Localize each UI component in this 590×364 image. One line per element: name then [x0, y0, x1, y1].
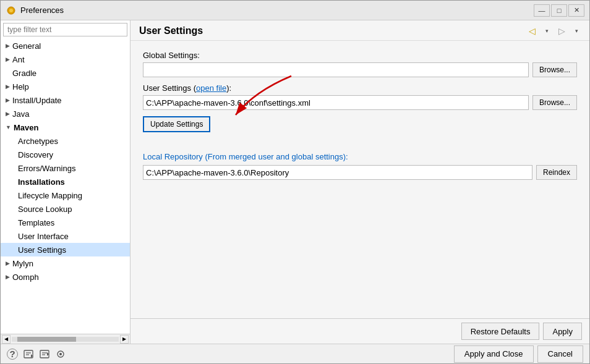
sidebar-item-help[interactable]: ▶ Help: [1, 80, 130, 93]
user-settings-input[interactable]: [143, 95, 529, 110]
main-content: ▶ General ▶ Ant ▶ Gradle ▶ Help: [1, 20, 589, 344]
svg-point-12: [59, 353, 62, 355]
arrow-icon: ▶: [6, 260, 10, 266]
sidebar-item-ant[interactable]: ▶ Ant: [1, 53, 130, 66]
bottom-action-buttons: Apply and Close Cancel: [454, 345, 583, 363]
sidebar-item-archetypes[interactable]: Archetypes: [1, 134, 130, 148]
sidebar-item-gradle[interactable]: ▶ Gradle: [1, 66, 130, 80]
local-repo-label: Local Repository (From merged user and g…: [143, 152, 577, 161]
update-settings-container: Update Settings: [143, 116, 210, 142]
apply-button[interactable]: Apply: [543, 323, 582, 340]
user-settings-browse-button[interactable]: Browse...: [532, 95, 577, 110]
sidebar-item-label: Templates: [18, 218, 54, 227]
filter-input[interactable]: [3, 23, 127, 36]
sidebar: ▶ General ▶ Ant ▶ Gradle ▶ Help: [1, 20, 130, 344]
sidebar-item-label: User Settings: [18, 245, 66, 255]
arrow-icon: ▶: [6, 111, 10, 117]
sidebar-item-label: Install/Update: [12, 96, 62, 105]
global-settings-input[interactable]: [143, 62, 529, 77]
svg-point-1: [9, 9, 13, 12]
forward-button[interactable]: ▷: [555, 24, 568, 38]
sidebar-item-general[interactable]: ▶ General: [1, 39, 130, 53]
forward-dropdown-button[interactable]: ▾: [570, 24, 583, 38]
export-preferences-icon[interactable]: [23, 349, 34, 360]
sidebar-item-label: Lifecycle Mapping: [18, 191, 82, 200]
sidebar-item-label: Mylyn: [12, 259, 33, 268]
user-settings-row: Browse...: [143, 95, 577, 110]
sidebar-item-templates[interactable]: Templates: [1, 216, 130, 229]
sidebar-item-source-lookup[interactable]: Source Lookup: [1, 202, 130, 216]
scroll-left-arrow[interactable]: ◀: [2, 335, 11, 344]
cancel-button[interactable]: Cancel: [537, 345, 583, 363]
right-panel: User Settings ◁ ▾ ▷ ▾ Global Settings: B…: [130, 20, 589, 344]
scroll-right-arrow[interactable]: ▶: [120, 335, 129, 344]
sidebar-item-label: Oomph: [12, 273, 39, 282]
content-area: Global Settings: Browse... User Settings…: [130, 41, 589, 318]
reindex-button[interactable]: Reindex: [536, 165, 577, 180]
global-settings-row: Browse...: [143, 62, 577, 77]
sidebar-item-label: General: [12, 41, 41, 51]
sidebar-item-user-interface[interactable]: User Interface: [1, 229, 130, 243]
title-bar: Preferences — □ ✕: [1, 1, 589, 20]
tree-area: ▶ General ▶ Ant ▶ Gradle ▶ Help: [1, 39, 130, 334]
sidebar-item-label: Discovery: [18, 150, 53, 159]
import-preferences-icon[interactable]: [39, 349, 50, 360]
arrow-icon: ▼: [6, 124, 11, 130]
sidebar-item-install-update[interactable]: ▶ Install/Update: [1, 93, 130, 107]
window-icon: [6, 5, 17, 16]
maximize-button[interactable]: □: [551, 4, 567, 17]
sidebar-item-installations[interactable]: Installations: [1, 175, 130, 188]
sidebar-item-label: Gradle: [12, 69, 36, 78]
user-settings-section: Browse... Update Settings: [143, 95, 577, 142]
sidebar-item-label: Errors/Warnings: [18, 164, 75, 173]
sidebar-item-errors-warnings[interactable]: Errors/Warnings: [1, 161, 130, 175]
arrow-icon: ▶: [6, 97, 10, 103]
settings-icon[interactable]: [55, 349, 66, 360]
back-dropdown-button[interactable]: ▾: [540, 24, 554, 38]
update-settings-button[interactable]: Update Settings: [143, 116, 210, 132]
arrow-icon: ▶: [6, 56, 10, 62]
panel-title: User Settings: [139, 25, 203, 36]
sidebar-item-user-settings[interactable]: User Settings: [1, 243, 130, 256]
status-icons: ?: [7, 349, 66, 360]
user-settings-label-suffix: ):: [226, 83, 231, 93]
apply-and-close-button[interactable]: Apply and Close: [454, 345, 534, 363]
sidebar-item-maven[interactable]: ▼ Maven: [1, 121, 130, 134]
restore-defaults-button[interactable]: Restore Defaults: [461, 323, 540, 340]
sidebar-item-label: Maven: [14, 123, 38, 132]
sidebar-item-java[interactable]: ▶ Java: [1, 107, 130, 121]
sidebar-item-label: Source Lookup: [18, 205, 72, 214]
sidebar-item-label: Help: [12, 82, 29, 91]
sidebar-item-discovery[interactable]: Discovery: [1, 148, 130, 161]
back-button[interactable]: ◁: [525, 24, 539, 38]
global-settings-label: Global Settings:: [143, 51, 577, 60]
preferences-window: Preferences — □ ✕ ▶ General ▶ Ant: [0, 0, 590, 364]
sidebar-item-label: Installations: [18, 177, 65, 187]
user-settings-label-row: User Settings (open file):: [143, 83, 577, 93]
help-icon[interactable]: ?: [7, 349, 18, 360]
global-settings-browse-button[interactable]: Browse...: [532, 62, 577, 77]
sidebar-item-label: User Interface: [18, 232, 69, 241]
window-controls: — □ ✕: [534, 4, 584, 17]
arrow-icon: ▶: [6, 43, 10, 49]
local-repo-input[interactable]: [143, 165, 532, 180]
sidebar-item-label: Ant: [12, 55, 25, 64]
window-title: Preferences: [20, 6, 534, 15]
sidebar-item-label: Java: [12, 109, 29, 119]
status-bar: ?: [1, 344, 589, 363]
arrow-icon: ▶: [6, 274, 10, 280]
local-repo-section: Local Repository (From merged user and g…: [143, 152, 577, 180]
local-repo-row: Reindex: [143, 165, 577, 180]
minimize-button[interactable]: —: [534, 4, 550, 17]
sidebar-item-mylyn[interactable]: ▶ Mylyn: [1, 256, 130, 270]
sidebar-item-label: Archetypes: [18, 137, 58, 146]
sidebar-item-oomph[interactable]: ▶ Oomph: [1, 270, 130, 284]
action-bar: Restore Defaults Apply: [130, 318, 589, 344]
sidebar-item-lifecycle-mapping[interactable]: Lifecycle Mapping: [1, 188, 130, 202]
open-file-link[interactable]: open file: [196, 83, 226, 93]
user-settings-label-prefix: User Settings (: [143, 83, 196, 93]
close-button[interactable]: ✕: [568, 4, 584, 17]
arrow-icon: ▶: [6, 83, 10, 90]
